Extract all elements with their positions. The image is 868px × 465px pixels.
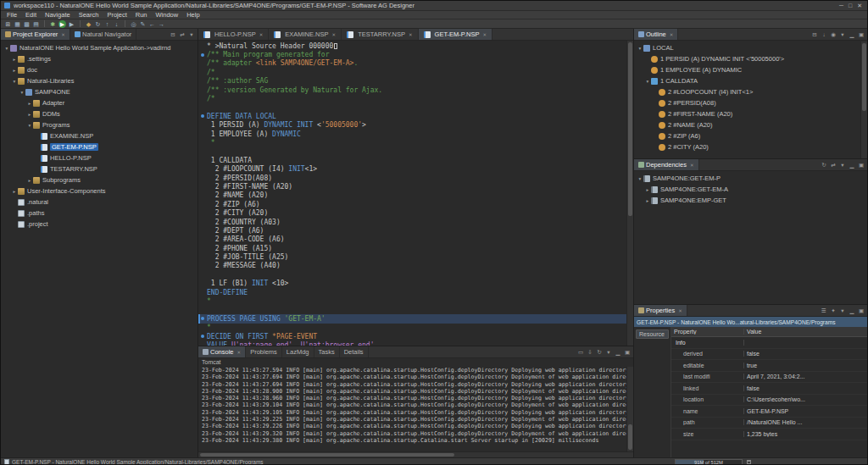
link-editor-icon[interactable]: ⇄	[830, 162, 837, 169]
outline-tree-item[interactable]: 1 EMPLOYEE (A) DYNAMIC	[634, 64, 867, 75]
maximize-view-icon[interactable]: ▣	[858, 31, 865, 38]
outline-tree-item[interactable]: 1 PERSID (A) DYNAMIC INIT <'50005000'>	[634, 53, 867, 64]
outline-vertical-scrollbar[interactable]	[860, 42, 867, 158]
code-line[interactable]: 2 #PERSID(A08)	[198, 174, 633, 182]
expander-icon[interactable]: ▾	[11, 79, 18, 84]
editor-vertical-scrollbar[interactable]	[626, 41, 633, 346]
close-icon[interactable]: ✕	[670, 32, 674, 37]
property-row[interactable]: size1,235 bytes	[671, 429, 867, 440]
maximize-view-icon[interactable]: ▣	[624, 349, 631, 356]
property-row[interactable]: last modifiApril 7, 2021, 3:04:2...	[671, 372, 867, 384]
minimize-button[interactable]: ─	[839, 3, 843, 9]
code-line[interactable]: DEFINE DATA LOCAL	[198, 112, 633, 120]
expander-icon[interactable]: ▾	[19, 90, 25, 95]
property-row[interactable]: derivedfalse	[671, 349, 867, 361]
expander-icon[interactable]: ▸	[644, 198, 651, 203]
outline-tree-item[interactable]: 2 #PERSID(A08)	[634, 97, 867, 108]
show-advanced-icon[interactable]: ✦	[830, 307, 837, 314]
expander-icon[interactable]: ▸	[644, 187, 651, 192]
code-line[interactable]: /** :version Generated by Natural for Aj…	[198, 86, 633, 94]
close-icon[interactable]: ✕	[409, 32, 413, 37]
focus-icon[interactable]: ◉	[830, 31, 837, 38]
minimize-view-icon[interactable]: ▁	[849, 307, 855, 314]
property-row[interactable]: path/NaturalONE Hello ...	[671, 418, 867, 429]
project-tree-item[interactable]: ▾Natural-Libraries	[1, 75, 198, 86]
view-menu-icon[interactable]: ▾	[839, 307, 846, 314]
view-menu-icon[interactable]: ▾	[839, 162, 846, 169]
properties-sidebar-resource[interactable]: Resource	[636, 329, 669, 339]
code-line[interactable]: 2 #ZIP (A6)	[198, 200, 633, 208]
outline-tab-outline[interactable]: Outline✕	[634, 29, 678, 40]
code-line[interactable]: 1 PERSID (A) DYNAMIC INIT <'50005000'>	[198, 121, 633, 130]
code-line[interactable]: 2 #AREA-CODE (A6)	[198, 235, 633, 244]
expander-icon[interactable]: ▾	[637, 46, 643, 51]
code-line[interactable]: 2 #NAME (A20)	[198, 191, 633, 200]
code-line[interactable]: /*	[198, 94, 633, 102]
project-tree-item[interactable]: EXAMINE.NSP	[1, 130, 198, 141]
project-tree-item[interactable]: .natural	[1, 197, 198, 208]
console-hscroll-thumb[interactable]	[200, 453, 454, 457]
project-tree-item[interactable]: ▸Subprograms	[1, 174, 198, 185]
menu-search[interactable]: Search	[75, 11, 103, 19]
download-icon[interactable]: ↓	[113, 20, 120, 28]
upload-icon[interactable]: ↑	[103, 20, 111, 28]
outline-tree-item[interactable]: 2 #ZIP (A6)	[634, 130, 867, 141]
project-tree-item[interactable]: ▸.settings	[1, 53, 198, 64]
column-value[interactable]: Value	[744, 329, 867, 335]
expander-icon[interactable]: ▸	[11, 68, 18, 73]
property-row[interactable]: editabletrue	[671, 360, 867, 372]
refresh-icon[interactable]: ↻	[821, 162, 827, 169]
property-row[interactable]: nameGET-EM-P.NSP	[671, 406, 867, 418]
expander-icon[interactable]: ▸	[11, 189, 18, 194]
expander-icon[interactable]: ▾	[3, 46, 10, 51]
code-line[interactable]: /** adapter <link SAMP4ONE/GET-EM-A>.	[198, 59, 633, 68]
collapse-all-icon[interactable]: ⊟	[811, 31, 818, 38]
search-icon[interactable]: ◎	[130, 20, 137, 28]
project-tree-item[interactable]: GET-EM-P.NSP	[1, 141, 198, 152]
maximize-button[interactable]: □	[849, 3, 852, 9]
code-line[interactable]: 2 #DEPT (A6)	[198, 226, 633, 235]
expander-icon[interactable]: ▸	[26, 101, 33, 106]
update-icon[interactable]: ↻	[94, 20, 102, 28]
expander-icon[interactable]: ▾	[637, 176, 643, 181]
code-line[interactable]: PROCESS PAGE USING 'GET-EM-A'	[198, 314, 633, 323]
code-line[interactable]: VALUE U'nat:page.end', U'nat:browser.end…	[198, 340, 633, 346]
expander-icon[interactable]: ▸	[11, 57, 18, 62]
view-menu-icon[interactable]: ▾	[188, 31, 195, 38]
editor-scroll-thumb[interactable]	[628, 42, 632, 216]
project-tree-item[interactable]: ▾SAMP4ONE	[1, 86, 198, 97]
annotations-icon[interactable]: ✎	[139, 20, 147, 28]
print-icon[interactable]: ▤	[32, 20, 40, 28]
code-line[interactable]: DECIDE ON FIRST *PAGE-EVENT	[198, 332, 633, 340]
editor-tab-examine-nsp[interactable]: EXAMINE.NSP✕	[269, 29, 342, 40]
code-line[interactable]	[198, 270, 633, 279]
code-line[interactable]: 2 #MESSAGE (A40)	[198, 262, 633, 270]
project-tree-item[interactable]: ▾Programs	[1, 119, 198, 130]
clear-console-icon[interactable]: ▭	[577, 349, 584, 356]
editor-tab-get-em-p-nsp[interactable]: GET-EM-P.NSP✕	[419, 29, 492, 40]
heap-status[interactable]: 91M of 512M	[675, 459, 743, 465]
code-line[interactable]: /** Main program generated for	[198, 50, 633, 58]
save-all-icon[interactable]: ▩	[23, 20, 31, 28]
console-tab-lazmdg[interactable]: LazMdg	[282, 346, 314, 357]
property-row[interactable]: locationC:\Users\ecohen\wo...	[671, 395, 867, 407]
project-tree-item[interactable]: TESTARRY.NSP	[1, 163, 198, 174]
code-line[interactable]: 2 #LOOPCOUNT (I4) INIT<1>	[198, 164, 633, 173]
code-line[interactable]: 2 #COUNTRY (A03)	[198, 218, 633, 226]
project-tree-item[interactable]: ▸doc	[1, 64, 198, 75]
expander-icon[interactable]: ▸	[26, 112, 33, 117]
link-editor-icon[interactable]: ⇄	[179, 31, 186, 38]
code-line[interactable]	[198, 147, 633, 156]
code-line[interactable]	[198, 103, 633, 112]
close-icon[interactable]: ✕	[690, 163, 694, 168]
console-horizontal-scrollbar[interactable]	[198, 451, 633, 457]
scroll-lock-icon[interactable]: ⇩	[587, 349, 593, 356]
expander-icon[interactable]: ▸	[26, 178, 33, 183]
project-tree-item[interactable]: .paths	[1, 208, 198, 219]
console-tab-tasks[interactable]: Tasks	[314, 346, 340, 357]
minimize-view-icon[interactable]: ▁	[615, 349, 621, 356]
property-row[interactable]: Info	[671, 337, 867, 349]
project-tree-item[interactable]: ▾NaturalONE Hello World Sample Applicati…	[1, 42, 198, 53]
minimize-view-icon[interactable]: ▁	[849, 162, 855, 169]
menu-file[interactable]: File	[3, 11, 21, 19]
